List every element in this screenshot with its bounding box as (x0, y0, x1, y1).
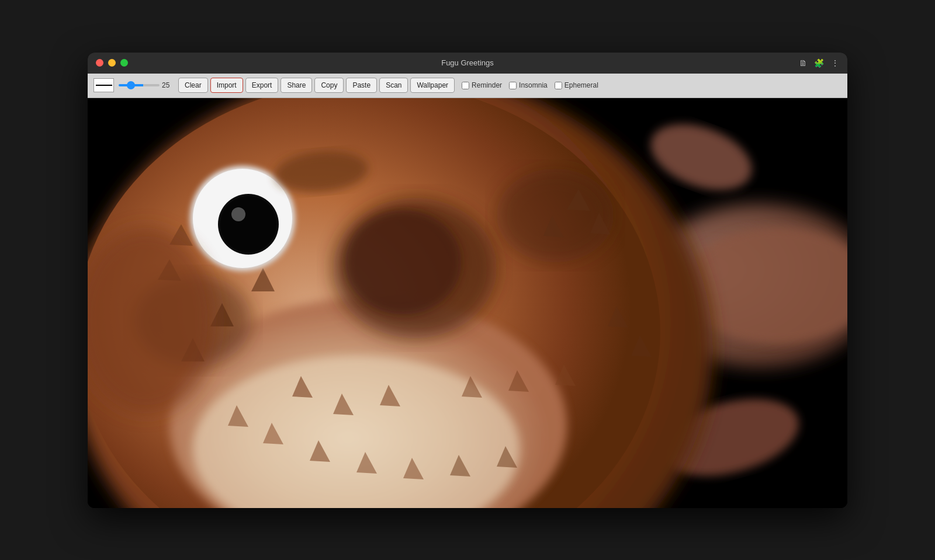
titlebar: Fugu Greetings 🗎 🧩 ⋮ (88, 53, 847, 74)
scan-button[interactable]: Scan (379, 78, 408, 93)
document-icon[interactable]: 🗎 (799, 58, 807, 68)
clear-button[interactable]: Clear (178, 78, 208, 93)
brush-size-slider-container: 25 (119, 81, 174, 89)
fish-illustration (88, 98, 847, 508)
brush-size-slider[interactable] (119, 84, 160, 86)
pen-preview-line (96, 85, 112, 86)
toolbar: 25 Clear Import Export Share Copy Paste … (88, 74, 847, 98)
window-controls (96, 59, 128, 67)
close-button[interactable] (96, 59, 103, 67)
more-icon[interactable]: ⋮ (831, 58, 839, 68)
pufferfish-svg (88, 98, 847, 508)
puzzle-icon[interactable]: 🧩 (814, 58, 824, 68)
reminder-label: Reminder (472, 81, 502, 89)
paste-button[interactable]: Paste (346, 78, 377, 93)
checkbox-group: Reminder Insomnia Ephemeral (462, 81, 598, 89)
canvas-area[interactable] (88, 98, 847, 508)
insomnia-label: Insomnia (519, 81, 548, 89)
ephemeral-checkbox[interactable] (555, 82, 562, 89)
insomnia-checkbox[interactable] (509, 82, 517, 89)
ephemeral-checkbox-label[interactable]: Ephemeral (555, 81, 598, 89)
maximize-button[interactable] (120, 59, 128, 67)
window-title: Fugu Greetings (441, 58, 494, 67)
svg-point-40 (231, 207, 245, 221)
insomnia-checkbox-label[interactable]: Insomnia (509, 81, 548, 89)
ephemeral-label: Ephemeral (565, 81, 598, 89)
copy-button[interactable]: Copy (314, 78, 344, 93)
wallpaper-button[interactable]: Wallpaper (410, 78, 455, 93)
pen-preview (94, 78, 114, 92)
minimize-button[interactable] (108, 59, 116, 67)
export-button[interactable]: Export (245, 78, 279, 93)
app-window: Fugu Greetings 🗎 🧩 ⋮ 25 Clear Import Exp… (88, 53, 847, 508)
share-button[interactable]: Share (280, 78, 312, 93)
titlebar-right-icons: 🗎 🧩 ⋮ (799, 58, 839, 68)
reminder-checkbox-label[interactable]: Reminder (462, 81, 502, 89)
brush-size-value: 25 (162, 81, 174, 89)
reminder-checkbox[interactable] (462, 82, 469, 89)
svg-point-39 (220, 196, 276, 252)
svg-point-12 (497, 169, 614, 262)
import-button[interactable]: Import (210, 78, 243, 93)
svg-point-10 (345, 210, 462, 315)
